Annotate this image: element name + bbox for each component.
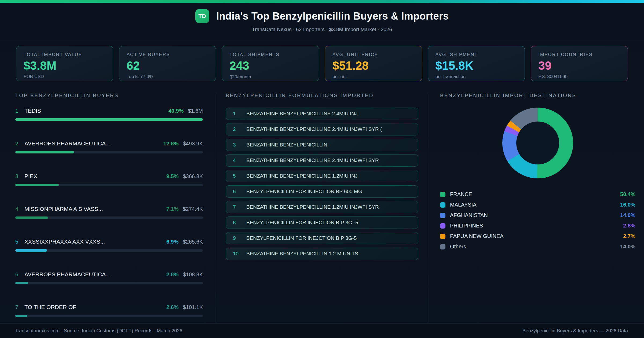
buyer-value: $366.8K — [183, 173, 203, 179]
buyer-rank: 6 — [15, 271, 24, 278]
buyer-value: $101.1K — [183, 304, 203, 310]
stat-sub: Top 5: 77.3% — [127, 74, 209, 79]
stat-value: 243 — [229, 60, 312, 72]
stat-sub: per unit — [332, 74, 415, 79]
buyer-rank: 2 — [15, 141, 24, 147]
formulation-name: BENZATHINE BENZYLPENICILLINE 2.4MIU INJW… — [246, 157, 379, 163]
formulation-rank: 6 — [233, 189, 243, 194]
formulation-item: 8 BENZYLPENICILLIN FOR INJECTION B.P 3G … — [226, 216, 418, 229]
formulation-name: BENZYLPENICILLIN FOR INEJCTION B.P 3G-5 — [246, 235, 357, 241]
stat-sub: per transaction — [436, 74, 518, 79]
buyer-bar-fill — [15, 118, 203, 121]
formulation-item: 1 BENZATHINE BENZYLPENICILLINE 2.4MIU IN… — [226, 108, 418, 120]
formulations-section-title: BENZYLPENICILLIN FORMULATIONS IMPORTED — [226, 93, 418, 98]
buyers-list: 1 TEDIS 40.9% $1.6M 2 AVERROES PHARMACEU… — [15, 108, 203, 317]
legend-item: Others 14.0% — [440, 241, 635, 252]
legend-percent: 14.0% — [620, 244, 635, 250]
footer-caption: Benzylpenicillin Buyers & Importers — 20… — [522, 328, 628, 334]
buyer-value: $1.6M — [188, 108, 203, 114]
formulation-rank: 3 — [233, 142, 243, 148]
buyer-rank: 7 — [15, 304, 24, 310]
formulation-name: BENZATHINE BENZYLPENICILLIN — [246, 142, 327, 148]
formulation-name: BENZYLPENICILLIN FOR INJECTION BP 600 MG — [246, 189, 362, 194]
stat-value: 62 — [127, 60, 209, 72]
buyer-bar-fill — [15, 184, 59, 186]
legend-percent: 50.4% — [620, 191, 635, 197]
stats-row: TOTAL IMPORT VALUE $3.8M FOB USD ACTIVE … — [16, 46, 628, 81]
header: TD India's Top Benzylpenicillin Buyers &… — [0, 3, 644, 40]
buyer-share-percent: 7.1% — [166, 206, 179, 212]
stat-sub: FOB USD — [24, 74, 106, 79]
legend-swatch — [440, 192, 445, 197]
formulation-item: 6 BENZYLPENICILLIN FOR INJECTION BP 600 … — [226, 185, 418, 198]
donut-chart — [502, 108, 573, 178]
destinations-section: BENZYLPENICILLIN IMPORT DESTINATIONS FRA… — [429, 93, 644, 323]
legend-swatch — [440, 223, 445, 229]
formulation-rank: 7 — [233, 204, 243, 210]
buyer-bar-fill — [15, 151, 74, 153]
buyer-bar-fill — [15, 282, 28, 284]
buyer-rank: 1 — [15, 108, 24, 114]
top-accent-bar — [0, 0, 644, 3]
stat-sub: HS: 30041090 — [538, 74, 620, 79]
page-title: India's Top Benzylpenicillin Buyers & Im… — [216, 10, 449, 22]
legend-item: MALAYSIA 16.0% — [440, 200, 635, 210]
buyers-section: TOP BENZYLPENICILLIN BUYERS 1 TEDIS 40.9… — [0, 93, 215, 323]
formulation-name: BENZATHINE BENZYLPENICILLIN 1.2 M UNITS — [246, 251, 358, 257]
donut-legend: FRANCE 50.4% MALAYSIA 16.0% AFGHANISTAN … — [440, 189, 635, 252]
stat-value: $15.8K — [436, 60, 518, 72]
stat-label: IMPORT COUNTRIES — [538, 52, 620, 57]
formulations-list: 1 BENZATHINE BENZYLPENICILLINE 2.4MIU IN… — [226, 108, 418, 260]
buyer-value: $108.3K — [183, 271, 203, 278]
buyer-bar-track — [15, 151, 203, 153]
legend-swatch — [440, 244, 445, 249]
buyer-rank: 5 — [15, 239, 24, 245]
buyer-bar-track — [15, 216, 203, 219]
buyers-section-title: TOP BENZYLPENICILLIN BUYERS — [15, 93, 203, 98]
buyer-row: 3 PIEX 9.5% $366.8K — [15, 173, 203, 186]
stat-card: TOTAL SHIPMENTS 243 ▯20/month — [222, 46, 319, 81]
buyer-bar-track — [15, 315, 203, 317]
buyer-row: 4 MISSIONPHARMA A S VASS... 7.1% $274.4K — [15, 206, 203, 219]
formulation-item: 7 BENZATHINE BENZYLPENICILLINE 1.2MIU IN… — [226, 201, 418, 213]
dashboard: TD India's Top Benzylpenicillin Buyers &… — [0, 0, 644, 338]
legend-swatch — [440, 234, 445, 239]
buyer-bar-track — [15, 184, 203, 186]
main-content: TOP BENZYLPENICILLIN BUYERS 1 TEDIS 40.9… — [0, 93, 644, 323]
buyer-name: AVERROES PHARMACEUTICA... — [24, 271, 162, 278]
buyer-value: $493.9K — [183, 141, 203, 147]
buyer-share-percent: 2.6% — [166, 304, 179, 310]
app-logo-text: TD — [198, 13, 206, 19]
buyer-name: XXSSIXXPHAXXA AXX VXXS... — [24, 238, 162, 245]
buyer-value: $265.6K — [183, 239, 203, 245]
stat-label: TOTAL IMPORT VALUE — [24, 52, 106, 57]
formulation-rank: 2 — [233, 126, 243, 132]
legend-percent: 14.0% — [620, 212, 635, 218]
buyer-value: $274.4K — [183, 206, 203, 212]
buyer-bar-track — [15, 118, 203, 121]
legend-percent: 2.7% — [623, 233, 635, 239]
footer: transdatanexus.com · Source: Indian Cust… — [0, 323, 644, 338]
formulation-item: 9 BENZYLPENICILLIN FOR INEJCTION B.P 3G-… — [226, 232, 418, 244]
formulation-item: 4 BENZATHINE BENZYLPENICILLINE 2.4MIU IN… — [226, 154, 418, 167]
stat-card: AVG. UNIT PRICE $51.28 per unit — [325, 46, 422, 81]
legend-item: PAPUA NEW GUINEA 2.7% — [440, 231, 635, 241]
stat-value: $51.28 — [332, 60, 415, 72]
app-logo: TD — [195, 9, 209, 23]
formulation-name: BENZATHINE BENZYLPENICILLINE 1.2MIU INJW… — [246, 204, 379, 210]
stat-card: ACTIVE BUYERS 62 Top 5: 77.3% — [119, 46, 216, 81]
destinations-section-title: BENZYLPENICILLIN IMPORT DESTINATIONS — [440, 93, 635, 98]
legend-label: PAPUA NEW GUINEA — [450, 233, 504, 239]
stat-card: TOTAL IMPORT VALUE $3.8M FOB USD — [16, 46, 113, 81]
buyer-name: PIEX — [24, 173, 162, 179]
legend-item: AFGHANISTAN 14.0% — [440, 210, 635, 221]
buyer-share-percent: 9.5% — [166, 173, 179, 179]
buyer-bar-track — [15, 282, 203, 284]
legend-item: PHILIPPINES 2.8% — [440, 221, 635, 231]
stat-value: 39 — [538, 60, 620, 72]
buyer-name: TO THE ORDER OF — [24, 304, 162, 310]
legend-label: AFGHANISTAN — [450, 212, 488, 218]
footer-source: transdatanexus.com · Source: Indian Cust… — [16, 328, 182, 334]
buyer-rank: 3 — [15, 173, 24, 179]
stat-sub: ▯20/month — [229, 74, 312, 80]
